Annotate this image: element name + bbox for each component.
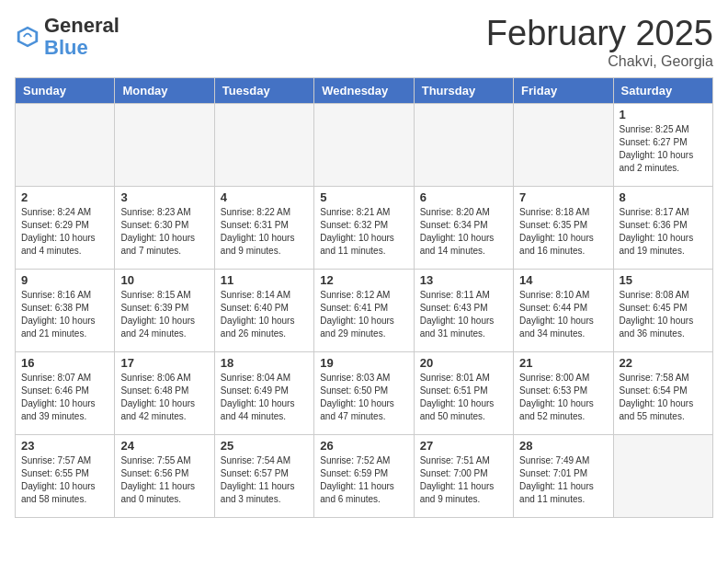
- calendar-header-tuesday: Tuesday: [214, 77, 313, 103]
- day-number: 8: [620, 190, 707, 204]
- calendar-cell: 8Sunrise: 8:17 AMSunset: 6:36 PMDaylight…: [613, 186, 712, 269]
- day-number: 24: [120, 439, 208, 453]
- calendar-cell: 21Sunrise: 8:00 AMSunset: 6:53 PMDayligh…: [514, 351, 613, 434]
- logo-text: GeneralBlue: [44, 15, 119, 59]
- day-number: 14: [519, 273, 607, 287]
- calendar-header-saturday: Saturday: [613, 77, 712, 103]
- calendar-week-row: 9Sunrise: 8:16 AMSunset: 6:38 PMDaylight…: [16, 269, 713, 351]
- calendar-cell: 18Sunrise: 8:04 AMSunset: 6:49 PMDayligh…: [214, 351, 313, 434]
- day-number: 7: [519, 190, 607, 204]
- day-info: Sunrise: 8:25 AMSunset: 6:27 PMDaylight:…: [620, 123, 707, 175]
- day-number: 13: [420, 273, 507, 287]
- calendar-week-row: 16Sunrise: 8:07 AMSunset: 6:46 PMDayligh…: [16, 351, 713, 434]
- logo: GeneralBlue: [15, 15, 119, 59]
- day-number: 6: [420, 190, 507, 204]
- day-info: Sunrise: 8:03 AMSunset: 6:50 PMDaylight:…: [320, 372, 407, 423]
- calendar-cell: 16Sunrise: 8:07 AMSunset: 6:46 PMDayligh…: [16, 351, 115, 434]
- calendar-cell: 7Sunrise: 8:18 AMSunset: 6:35 PMDaylight…: [514, 186, 613, 269]
- calendar-week-row: 23Sunrise: 7:57 AMSunset: 6:55 PMDayligh…: [16, 434, 713, 517]
- day-number: 21: [519, 356, 607, 370]
- calendar-cell: [314, 103, 414, 186]
- day-info: Sunrise: 8:16 AMSunset: 6:38 PMDaylight:…: [21, 289, 108, 340]
- day-info: Sunrise: 8:10 AMSunset: 6:44 PMDaylight:…: [519, 289, 607, 340]
- calendar-header-sunday: Sunday: [16, 77, 115, 103]
- day-info: Sunrise: 8:14 AMSunset: 6:40 PMDaylight:…: [221, 289, 308, 340]
- day-info: Sunrise: 8:22 AMSunset: 6:31 PMDaylight:…: [221, 206, 308, 258]
- day-number: 17: [120, 356, 208, 370]
- location-title: Chakvi, Georgia: [486, 53, 713, 70]
- day-number: 25: [221, 439, 308, 453]
- day-info: Sunrise: 7:58 AMSunset: 6:54 PMDaylight:…: [620, 372, 707, 423]
- calendar-cell: 14Sunrise: 8:10 AMSunset: 6:44 PMDayligh…: [514, 269, 613, 351]
- day-number: 2: [21, 190, 108, 204]
- calendar-cell: 6Sunrise: 8:20 AMSunset: 6:34 PMDaylight…: [414, 186, 513, 269]
- day-number: 1: [620, 108, 707, 121]
- day-info: Sunrise: 7:54 AMSunset: 6:57 PMDaylight:…: [221, 454, 308, 506]
- day-number: 5: [320, 190, 407, 204]
- calendar-header-thursday: Thursday: [414, 77, 513, 103]
- calendar-cell: 26Sunrise: 7:52 AMSunset: 6:59 PMDayligh…: [314, 434, 414, 517]
- calendar-cell: 28Sunrise: 7:49 AMSunset: 7:01 PMDayligh…: [514, 434, 613, 517]
- day-info: Sunrise: 8:00 AMSunset: 6:53 PMDaylight:…: [519, 372, 607, 423]
- calendar-header-friday: Friday: [514, 77, 613, 103]
- day-info: Sunrise: 8:08 AMSunset: 6:45 PMDaylight:…: [620, 289, 707, 340]
- day-number: 10: [120, 273, 208, 287]
- calendar-cell: [214, 103, 313, 186]
- calendar-cell: 25Sunrise: 7:54 AMSunset: 6:57 PMDayligh…: [214, 434, 313, 517]
- calendar-header-wednesday: Wednesday: [314, 77, 414, 103]
- day-info: Sunrise: 8:23 AMSunset: 6:30 PMDaylight:…: [120, 206, 208, 258]
- calendar-cell: [613, 434, 712, 517]
- calendar-cell: [514, 103, 613, 186]
- calendar-cell: 12Sunrise: 8:12 AMSunset: 6:41 PMDayligh…: [314, 269, 414, 351]
- day-number: 12: [320, 273, 407, 287]
- day-number: 26: [320, 439, 407, 453]
- day-info: Sunrise: 8:15 AMSunset: 6:39 PMDaylight:…: [120, 289, 208, 340]
- day-number: 15: [620, 273, 707, 287]
- day-number: 11: [221, 273, 308, 287]
- calendar-week-row: 2Sunrise: 8:24 AMSunset: 6:29 PMDaylight…: [16, 186, 713, 269]
- day-number: 22: [620, 356, 707, 370]
- page-header: GeneralBlue February 2025 Chakvi, Georgi…: [15, 15, 713, 70]
- calendar-cell: 2Sunrise: 8:24 AMSunset: 6:29 PMDaylight…: [16, 186, 115, 269]
- calendar-cell: 9Sunrise: 8:16 AMSunset: 6:38 PMDaylight…: [16, 269, 115, 351]
- calendar-cell: 1Sunrise: 8:25 AMSunset: 6:27 PMDaylight…: [613, 103, 712, 186]
- day-info: Sunrise: 8:06 AMSunset: 6:48 PMDaylight:…: [120, 372, 208, 423]
- day-info: Sunrise: 8:01 AMSunset: 6:51 PMDaylight:…: [420, 372, 507, 423]
- day-info: Sunrise: 8:04 AMSunset: 6:49 PMDaylight:…: [221, 372, 308, 423]
- day-info: Sunrise: 7:52 AMSunset: 6:59 PMDaylight:…: [320, 454, 407, 506]
- calendar-cell: 5Sunrise: 8:21 AMSunset: 6:32 PMDaylight…: [314, 186, 414, 269]
- day-info: Sunrise: 8:11 AMSunset: 6:43 PMDaylight:…: [420, 289, 507, 340]
- calendar-cell: 24Sunrise: 7:55 AMSunset: 6:56 PMDayligh…: [115, 434, 214, 517]
- calendar-cell: 4Sunrise: 8:22 AMSunset: 6:31 PMDaylight…: [214, 186, 313, 269]
- day-number: 19: [320, 356, 407, 370]
- day-info: Sunrise: 7:57 AMSunset: 6:55 PMDaylight:…: [21, 454, 108, 506]
- month-title: February 2025: [486, 15, 713, 53]
- day-info: Sunrise: 7:55 AMSunset: 6:56 PMDaylight:…: [120, 454, 208, 506]
- day-info: Sunrise: 7:49 AMSunset: 7:01 PMDaylight:…: [519, 454, 607, 506]
- calendar-cell: 10Sunrise: 8:15 AMSunset: 6:39 PMDayligh…: [115, 269, 214, 351]
- day-info: Sunrise: 7:51 AMSunset: 7:00 PMDaylight:…: [420, 454, 507, 506]
- day-number: 20: [420, 356, 507, 370]
- calendar-cell: [16, 103, 115, 186]
- logo-icon: [15, 24, 40, 50]
- calendar-header-monday: Monday: [115, 77, 214, 103]
- day-info: Sunrise: 8:07 AMSunset: 6:46 PMDaylight:…: [21, 372, 108, 423]
- calendar-cell: 3Sunrise: 8:23 AMSunset: 6:30 PMDaylight…: [115, 186, 214, 269]
- day-number: 23: [21, 439, 108, 453]
- day-number: 4: [221, 190, 308, 204]
- day-number: 18: [221, 356, 308, 370]
- calendar-cell: 15Sunrise: 8:08 AMSunset: 6:45 PMDayligh…: [613, 269, 712, 351]
- day-number: 3: [120, 190, 208, 204]
- day-number: 28: [519, 439, 607, 453]
- calendar-cell: 23Sunrise: 7:57 AMSunset: 6:55 PMDayligh…: [16, 434, 115, 517]
- day-info: Sunrise: 8:20 AMSunset: 6:34 PMDaylight:…: [420, 206, 507, 258]
- day-number: 27: [420, 439, 507, 453]
- calendar-cell: 27Sunrise: 7:51 AMSunset: 7:00 PMDayligh…: [414, 434, 513, 517]
- day-info: Sunrise: 8:18 AMSunset: 6:35 PMDaylight:…: [519, 206, 607, 258]
- calendar-cell: [115, 103, 214, 186]
- calendar-cell: 22Sunrise: 7:58 AMSunset: 6:54 PMDayligh…: [613, 351, 712, 434]
- calendar-cell: 13Sunrise: 8:11 AMSunset: 6:43 PMDayligh…: [414, 269, 513, 351]
- calendar-cell: [414, 103, 513, 186]
- calendar-cell: 19Sunrise: 8:03 AMSunset: 6:50 PMDayligh…: [314, 351, 414, 434]
- calendar-cell: 17Sunrise: 8:06 AMSunset: 6:48 PMDayligh…: [115, 351, 214, 434]
